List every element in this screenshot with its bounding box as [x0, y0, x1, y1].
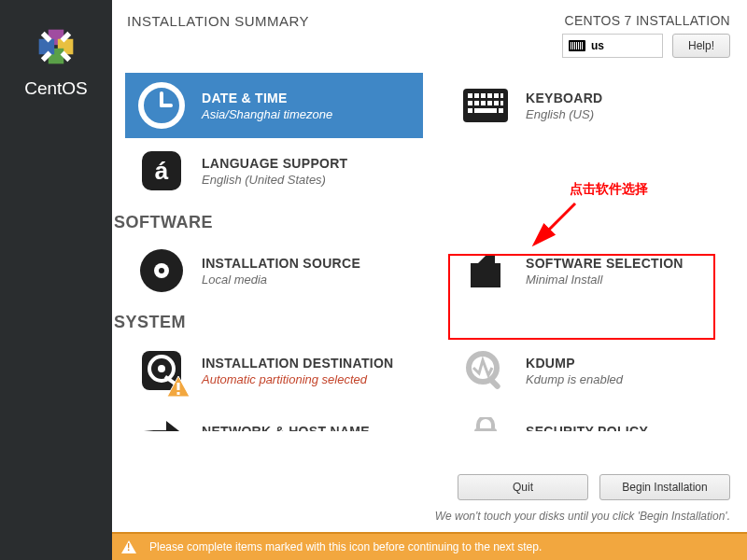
- footer-note: We won't touch your disks until you clic…: [435, 510, 730, 523]
- svg-point-31: [159, 268, 164, 273]
- install-label: CENTOS 7 INSTALLATION: [562, 13, 730, 28]
- spoke-language-support[interactable]: á LANGUAGE SUPPORT English (United State…: [125, 138, 428, 203]
- package-icon: [465, 250, 506, 291]
- spoke-subtitle: Minimal Install: [526, 273, 684, 287]
- spoke-title: NETWORK & HOST NAME: [202, 424, 370, 431]
- svg-rect-22: [494, 101, 499, 105]
- spoke-subtitle: English (US): [526, 107, 603, 121]
- spoke-title: INSTALLATION DESTINATION: [202, 356, 394, 371]
- spoke-software-selection[interactable]: SOFTWARE SELECTION Minimal Install: [449, 238, 747, 303]
- svg-rect-16: [494, 93, 499, 98]
- svg-rect-17: [500, 93, 503, 98]
- sidebar: CentOS: [0, 0, 112, 560]
- quit-button[interactable]: Quit: [458, 474, 588, 500]
- svg-rect-14: [481, 93, 486, 98]
- topbar: INSTALLATION SUMMARY CENTOS 7 INSTALLATI…: [112, 0, 747, 63]
- keyboard-layout-text: us: [591, 39, 604, 52]
- spoke-subtitle: Automatic partitioning selected: [202, 372, 394, 386]
- help-button[interactable]: Help!: [672, 34, 730, 58]
- spoke-kdump[interactable]: KDUMP Kdump is enabled: [449, 338, 747, 403]
- spoke-keyboard[interactable]: KEYBOARD English (US): [449, 73, 747, 138]
- svg-rect-18: [468, 101, 472, 105]
- svg-rect-12: [468, 93, 472, 98]
- keyboard-icon: [569, 40, 585, 51]
- spoke-installation-source[interactable]: INSTALLATION SOURCE Local media: [125, 238, 423, 303]
- svg-rect-3: [39, 39, 54, 55]
- svg-rect-15: [487, 93, 492, 98]
- spoke-title: SECURITY POLICY: [526, 424, 648, 431]
- svg-rect-40: [474, 428, 497, 431]
- svg-text:á: á: [155, 157, 169, 185]
- brand-label: CentOS: [24, 78, 88, 99]
- spoke-title: LANGUAGE SUPPORT: [202, 156, 347, 171]
- spoke-subtitle: English (United States): [202, 173, 347, 187]
- svg-rect-26: [499, 108, 503, 113]
- warning-overlay-icon: [166, 375, 190, 398]
- svg-point-34: [158, 365, 165, 372]
- page-title: INSTALLATION SUMMARY: [127, 13, 309, 29]
- svg-rect-13: [474, 93, 479, 98]
- spoke-title: INSTALLATION SOURCE: [202, 256, 360, 271]
- svg-rect-21: [487, 101, 492, 105]
- spoke-title: KDUMP: [526, 356, 623, 371]
- spoke-title: SOFTWARE SELECTION: [526, 256, 684, 271]
- spoke-title: DATE & TIME: [202, 91, 332, 105]
- clock-icon: [138, 82, 185, 129]
- svg-rect-20: [481, 101, 486, 105]
- warning-triangle-icon: [121, 540, 136, 553]
- warning-bar[interactable]: Please complete items marked with this i…: [112, 532, 747, 560]
- content: DATE & TIME Asia/Shanghai timezone: [112, 73, 747, 431]
- lock-icon: [467, 417, 504, 431]
- svg-rect-19: [474, 101, 479, 105]
- spoke-date-time[interactable]: DATE & TIME Asia/Shanghai timezone: [125, 73, 423, 138]
- main-panel: INSTALLATION SUMMARY CENTOS 7 INSTALLATI…: [112, 0, 747, 560]
- svg-rect-25: [474, 108, 497, 113]
- spoke-security-policy[interactable]: SECURITY POLICY: [449, 403, 747, 431]
- spoke-subtitle: Asia/Shanghai timezone: [202, 107, 332, 121]
- spoke-title: KEYBOARD: [526, 91, 603, 105]
- warning-bar-text: Please complete items marked with this i…: [149, 540, 542, 553]
- spoke-network-hostname[interactable]: NETWORK & HOST NAME: [125, 403, 423, 431]
- annotation-text: 点击软件选择: [570, 181, 648, 198]
- spoke-subtitle: Kdump is enabled: [526, 372, 623, 386]
- section-software-head: SOFTWARE: [112, 203, 747, 238]
- language-icon: á: [138, 147, 185, 194]
- disc-icon: [138, 247, 185, 294]
- svg-rect-23: [500, 101, 503, 105]
- svg-rect-37: [177, 392, 180, 395]
- kdump-icon: [462, 347, 509, 394]
- spoke-installation-destination[interactable]: INSTALLATION DESTINATION Automatic parti…: [125, 338, 423, 403]
- keyboard-layout-indicator[interactable]: us: [562, 34, 663, 58]
- svg-rect-36: [177, 383, 180, 390]
- begin-installation-button[interactable]: Begin Installation: [599, 474, 730, 500]
- network-arrow-icon: [138, 417, 185, 431]
- section-system-head: SYSTEM: [112, 303, 747, 338]
- centos-logo-icon: [35, 26, 77, 67]
- footer-buttons: Quit Begin Installation: [458, 474, 730, 500]
- svg-rect-24: [468, 108, 472, 113]
- spoke-subtitle: Local media: [202, 273, 360, 287]
- keyboard-large-icon: [462, 88, 509, 123]
